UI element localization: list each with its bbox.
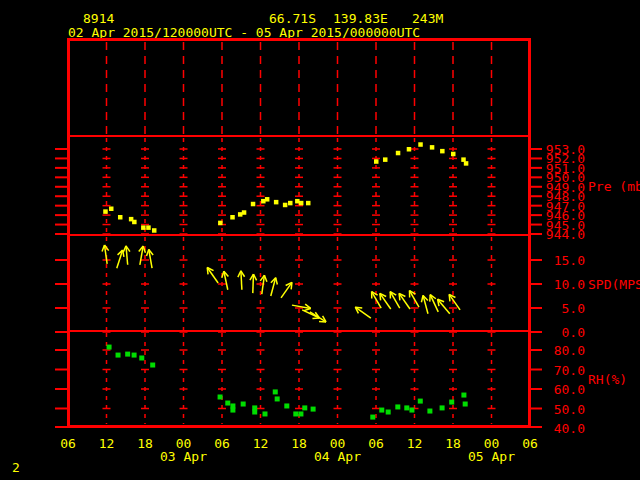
x-hour-label: 06: [368, 437, 384, 450]
x-hour-label: 18: [291, 437, 307, 450]
x-date-label: 04 Apr: [314, 450, 361, 463]
page-number: 2: [12, 461, 20, 474]
wind-speed-tick-label: 10.0: [540, 278, 585, 291]
x-hour-label: 06: [522, 437, 538, 450]
relative-humidity-tick-label: 60.0: [540, 383, 585, 396]
x-hour-label: 12: [99, 437, 115, 450]
meteogram-page: 8914 66.71S 139.83E 243M 02 Apr 2015/120…: [0, 0, 640, 480]
wind-speed-tick-label: 5.0: [540, 302, 585, 315]
relative-humidity-tick-label: 40.0: [540, 422, 585, 435]
wind-speed-tick-label: 15.0: [540, 254, 585, 267]
x-hour-label: 06: [214, 437, 230, 450]
wind-axis-title: SPD(MPS): [588, 278, 640, 291]
x-hour-label: 06: [60, 437, 76, 450]
relative-humidity-tick-label: 70.0: [540, 364, 585, 377]
relative-humidity-tick-label: 80.0: [540, 344, 585, 357]
x-hour-label: 12: [407, 437, 423, 450]
x-hour-label: 18: [137, 437, 153, 450]
relative-humidity-tick-label: 50.0: [540, 403, 585, 416]
wind-speed-tick-label: 0.0: [540, 326, 585, 339]
pressure-axis-title: Pre (mb): [588, 180, 640, 193]
pressure-tick-label: 944.0: [540, 228, 585, 241]
x-hour-label: 12: [253, 437, 269, 450]
x-hour-label: 18: [445, 437, 461, 450]
rh-axis-title: RH(%): [588, 373, 627, 386]
x-date-label: 05 Apr: [468, 450, 515, 463]
x-date-label: 03 Apr: [160, 450, 207, 463]
